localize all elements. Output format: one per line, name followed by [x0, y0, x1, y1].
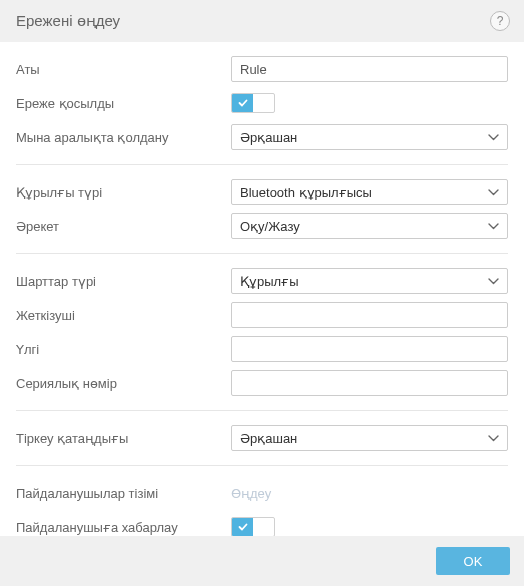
- row-vendor: Жеткізуші: [16, 298, 508, 332]
- divider: [16, 410, 508, 411]
- row-user-list: Пайдаланушылар тізімі Өңдеу: [16, 476, 508, 510]
- action-value: Оқу/Жазу: [240, 219, 300, 234]
- row-rule-enabled: Ереже қосылды: [16, 86, 508, 120]
- divider: [16, 164, 508, 165]
- row-action: Әрекет Оқу/Жазу: [16, 209, 508, 243]
- toggle-on-indicator: [232, 94, 253, 112]
- notify-user-toggle[interactable]: [231, 517, 275, 537]
- user-list-edit-link: Өңдеу: [231, 486, 271, 501]
- row-name: Аты: [16, 52, 508, 86]
- device-type-select[interactable]: Bluetooth құрылғысы: [231, 179, 508, 205]
- checkmark-icon: [238, 522, 248, 532]
- chevron-down-icon: [488, 278, 499, 285]
- row-device-type: Құрылғы түрі Bluetooth құрылғысы: [16, 175, 508, 209]
- logging-severity-select[interactable]: Әрқашан: [231, 425, 508, 451]
- label-rule-enabled: Ереже қосылды: [16, 96, 231, 111]
- toggle-off-indicator: [253, 94, 274, 112]
- label-logging-severity: Тіркеу қатаңдығы: [16, 431, 231, 446]
- action-select[interactable]: Оқу/Жазу: [231, 213, 508, 239]
- logging-severity-value: Әрқашан: [240, 431, 297, 446]
- row-model: Үлгі: [16, 332, 508, 366]
- dialog-header: Ережені өңдеу ?: [0, 0, 524, 42]
- device-type-value: Bluetooth құрылғысы: [240, 185, 372, 200]
- divider: [16, 253, 508, 254]
- row-serial: Сериялық нөмір: [16, 366, 508, 400]
- checkmark-icon: [238, 98, 248, 108]
- apply-during-select[interactable]: Әрқашан: [231, 124, 508, 150]
- divider: [16, 465, 508, 466]
- label-apply-during: Мына аралықта қолдану: [16, 130, 231, 145]
- toggle-off-indicator: [253, 518, 274, 536]
- dialog-title: Ережені өңдеу: [16, 12, 120, 30]
- label-model: Үлгі: [16, 342, 231, 357]
- criteria-type-value: Құрылғы: [240, 274, 299, 289]
- dialog-content: Аты Ереже қосылды Мына аралықта қолдану …: [0, 42, 524, 544]
- label-user-list: Пайдаланушылар тізімі: [16, 486, 231, 501]
- serial-input[interactable]: [231, 370, 508, 396]
- help-button[interactable]: ?: [490, 11, 510, 31]
- label-notify-user: Пайдаланушыға хабарлау: [16, 520, 231, 535]
- name-input[interactable]: [231, 56, 508, 82]
- chevron-down-icon: [488, 223, 499, 230]
- label-criteria-type: Шарттар түрі: [16, 274, 231, 289]
- criteria-type-select[interactable]: Құрылғы: [231, 268, 508, 294]
- row-criteria-type: Шарттар түрі Құрылғы: [16, 264, 508, 298]
- row-logging-severity: Тіркеу қатаңдығы Әрқашан: [16, 421, 508, 455]
- label-serial: Сериялық нөмір: [16, 376, 231, 391]
- label-action: Әрекет: [16, 219, 231, 234]
- model-input[interactable]: [231, 336, 508, 362]
- chevron-down-icon: [488, 189, 499, 196]
- vendor-input[interactable]: [231, 302, 508, 328]
- rule-enabled-toggle[interactable]: [231, 93, 275, 113]
- apply-during-value: Әрқашан: [240, 130, 297, 145]
- label-device-type: Құрылғы түрі: [16, 185, 231, 200]
- label-name: Аты: [16, 62, 231, 77]
- dialog-footer: OK: [0, 536, 524, 586]
- chevron-down-icon: [488, 134, 499, 141]
- help-icon: ?: [497, 14, 504, 28]
- chevron-down-icon: [488, 435, 499, 442]
- toggle-on-indicator: [232, 518, 253, 536]
- label-vendor: Жеткізуші: [16, 308, 231, 323]
- ok-button[interactable]: OK: [436, 547, 510, 575]
- row-apply-during: Мына аралықта қолдану Әрқашан: [16, 120, 508, 154]
